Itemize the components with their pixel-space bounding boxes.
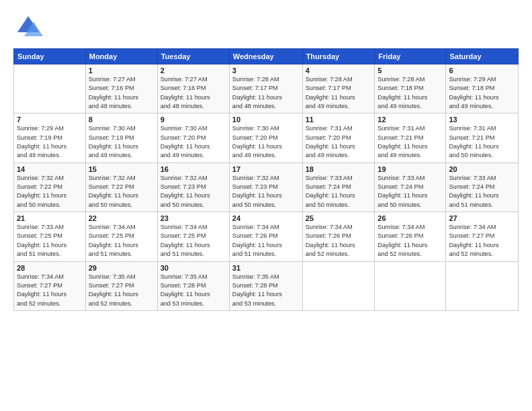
day-cell: 2Sunrise: 7:27 AMSunset: 7:16 PMDaylight… [157,64,229,113]
header-cell-tuesday: Tuesday [157,49,229,64]
day-cell: 17Sunrise: 7:32 AMSunset: 7:23 PMDayligh… [229,163,302,212]
day-info: Sunrise: 7:35 AMSunset: 7:28 PMDaylight:… [161,273,226,308]
day-info: Sunrise: 7:32 AMSunset: 7:22 PMDaylight:… [17,174,83,210]
day-cell: 16Sunrise: 7:32 AMSunset: 7:23 PMDayligh… [157,163,229,212]
day-info: Sunrise: 7:29 AMSunset: 7:19 PMDaylight:… [17,124,83,160]
week-row-3: 21Sunrise: 7:33 AMSunset: 7:25 PMDayligh… [14,212,519,261]
day-info: Sunrise: 7:31 AMSunset: 7:21 PMDaylight:… [449,124,515,160]
day-cell: 21Sunrise: 7:33 AMSunset: 7:25 PMDayligh… [14,212,86,261]
day-number: 20 [449,165,515,173]
day-number: 27 [449,214,515,222]
header-row: SundayMondayTuesdayWednesdayThursdayFrid… [14,49,519,64]
day-number: 26 [378,214,443,222]
day-number: 12 [378,116,443,124]
day-info: Sunrise: 7:34 AMSunset: 7:25 PMDaylight:… [161,223,226,259]
day-number: 10 [232,116,300,124]
day-cell: 8Sunrise: 7:30 AMSunset: 7:19 PMDaylight… [85,113,157,163]
day-cell [446,261,519,310]
day-number: 4 [306,66,372,75]
day-number: 11 [306,116,372,124]
day-info: Sunrise: 7:33 AMSunset: 7:24 PMDaylight:… [449,174,515,210]
day-number: 25 [306,214,372,222]
day-info: Sunrise: 7:35 AMSunset: 7:27 PMDaylight:… [89,273,154,308]
header-cell-monday: Monday [85,49,157,64]
day-info: Sunrise: 7:30 AMSunset: 7:20 PMDaylight:… [161,124,226,160]
day-cell: 26Sunrise: 7:34 AMSunset: 7:26 PMDayligh… [375,212,446,261]
header-cell-thursday: Thursday [302,49,375,64]
day-number: 14 [17,165,83,173]
day-cell: 4Sunrise: 7:28 AMSunset: 7:17 PMDaylight… [302,64,375,113]
day-info: Sunrise: 7:34 AMSunset: 7:27 PMDaylight:… [449,223,515,259]
day-info: Sunrise: 7:32 AMSunset: 7:22 PMDaylight:… [89,174,154,210]
day-info: Sunrise: 7:35 AMSunset: 7:28 PMDaylight:… [232,273,300,308]
day-info: Sunrise: 7:28 AMSunset: 7:17 PMDaylight:… [232,75,300,111]
header-cell-friday: Friday [375,49,446,64]
day-info: Sunrise: 7:32 AMSunset: 7:23 PMDaylight:… [232,174,300,210]
header-cell-saturday: Saturday [446,49,519,64]
page: SundayMondayTuesdayWednesdayThursdayFrid… [0,0,532,411]
logo [13,12,43,42]
day-number: 21 [17,214,83,222]
day-number: 3 [232,66,300,75]
week-row-4: 28Sunrise: 7:34 AMSunset: 7:27 PMDayligh… [14,261,519,310]
day-number: 17 [232,165,300,173]
day-cell: 3Sunrise: 7:28 AMSunset: 7:17 PMDaylight… [229,64,302,113]
day-cell: 19Sunrise: 7:33 AMSunset: 7:24 PMDayligh… [375,163,446,212]
day-number: 1 [89,66,154,75]
day-number: 23 [161,214,226,222]
day-info: Sunrise: 7:31 AMSunset: 7:21 PMDaylight:… [378,124,443,160]
day-cell: 10Sunrise: 7:30 AMSunset: 7:20 PMDayligh… [229,113,302,163]
day-info: Sunrise: 7:34 AMSunset: 7:26 PMDaylight:… [232,223,300,259]
day-info: Sunrise: 7:30 AMSunset: 7:19 PMDaylight:… [89,124,154,160]
day-cell: 20Sunrise: 7:33 AMSunset: 7:24 PMDayligh… [446,163,519,212]
day-cell: 13Sunrise: 7:31 AMSunset: 7:21 PMDayligh… [446,113,519,163]
day-number: 29 [89,264,154,272]
day-info: Sunrise: 7:28 AMSunset: 7:17 PMDaylight:… [306,75,372,111]
day-cell: 5Sunrise: 7:28 AMSunset: 7:18 PMDaylight… [375,64,446,113]
day-info: Sunrise: 7:33 AMSunset: 7:24 PMDaylight:… [378,174,443,210]
day-info: Sunrise: 7:33 AMSunset: 7:25 PMDaylight:… [17,223,83,259]
day-number: 22 [89,214,154,222]
day-number: 13 [449,116,515,124]
day-cell: 31Sunrise: 7:35 AMSunset: 7:28 PMDayligh… [229,261,302,310]
day-number: 16 [161,165,226,173]
day-number: 28 [17,264,83,272]
day-number: 19 [378,165,443,173]
day-info: Sunrise: 7:34 AMSunset: 7:26 PMDaylight:… [306,223,372,259]
day-number: 9 [161,116,226,124]
day-cell: 29Sunrise: 7:35 AMSunset: 7:27 PMDayligh… [85,261,157,310]
day-cell: 11Sunrise: 7:31 AMSunset: 7:20 PMDayligh… [302,113,375,163]
header-cell-wednesday: Wednesday [229,49,302,64]
day-cell: 28Sunrise: 7:34 AMSunset: 7:27 PMDayligh… [14,261,86,310]
logo-icon [13,12,43,42]
day-info: Sunrise: 7:33 AMSunset: 7:24 PMDaylight:… [306,174,372,210]
day-cell: 18Sunrise: 7:33 AMSunset: 7:24 PMDayligh… [302,163,375,212]
day-cell: 23Sunrise: 7:34 AMSunset: 7:25 PMDayligh… [157,212,229,261]
day-info: Sunrise: 7:32 AMSunset: 7:23 PMDaylight:… [161,174,226,210]
day-info: Sunrise: 7:27 AMSunset: 7:16 PMDaylight:… [161,75,226,111]
day-cell: 7Sunrise: 7:29 AMSunset: 7:19 PMDaylight… [14,113,86,163]
header-cell-sunday: Sunday [14,49,86,64]
day-info: Sunrise: 7:34 AMSunset: 7:26 PMDaylight:… [378,223,443,259]
day-number: 31 [232,264,300,272]
day-cell: 12Sunrise: 7:31 AMSunset: 7:21 PMDayligh… [375,113,446,163]
day-info: Sunrise: 7:34 AMSunset: 7:27 PMDaylight:… [17,273,83,308]
day-info: Sunrise: 7:29 AMSunset: 7:18 PMDaylight:… [449,75,515,111]
day-number: 2 [161,66,226,75]
day-number: 5 [378,66,443,75]
day-number: 7 [17,116,83,124]
day-cell: 14Sunrise: 7:32 AMSunset: 7:22 PMDayligh… [14,163,86,212]
day-number: 15 [89,165,154,173]
day-cell [14,64,86,113]
calendar-table: SundayMondayTuesdayWednesdayThursdayFrid… [13,48,519,311]
day-number: 18 [306,165,372,173]
day-cell: 15Sunrise: 7:32 AMSunset: 7:22 PMDayligh… [85,163,157,212]
day-cell: 22Sunrise: 7:34 AMSunset: 7:25 PMDayligh… [85,212,157,261]
day-cell: 1Sunrise: 7:27 AMSunset: 7:16 PMDaylight… [85,64,157,113]
day-number: 8 [89,116,154,124]
day-info: Sunrise: 7:31 AMSunset: 7:20 PMDaylight:… [306,124,372,160]
day-cell: 30Sunrise: 7:35 AMSunset: 7:28 PMDayligh… [157,261,229,310]
day-cell [375,261,446,310]
day-info: Sunrise: 7:28 AMSunset: 7:18 PMDaylight:… [378,75,443,111]
week-row-0: 1Sunrise: 7:27 AMSunset: 7:16 PMDaylight… [14,64,519,113]
